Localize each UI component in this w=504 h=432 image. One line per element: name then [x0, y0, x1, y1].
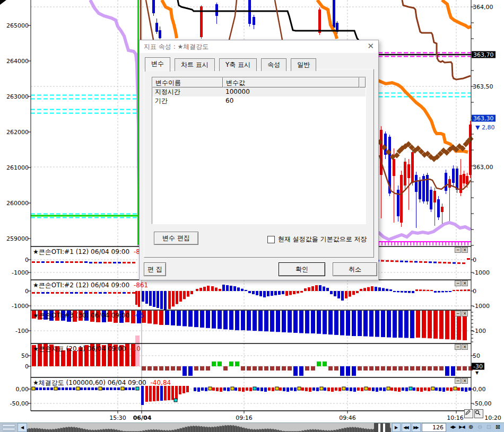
var-name: 기간 [152, 96, 223, 105]
close-panel-button[interactable]: × [462, 378, 468, 384]
column-header-value[interactable]: 변수값 [223, 77, 359, 87]
zoom-tool-button[interactable] [474, 409, 483, 418]
high-price-badge: 363,70 [472, 51, 496, 58]
panel-title: ★큰손OTI:#3 (30) 06/04 09:00 -65 [33, 311, 144, 320]
axis-label: 0,00 [1, 386, 29, 393]
save-default-checkbox[interactable]: 현재 설정값을 기본값으로 저장 [267, 235, 367, 244]
tab-yaxis-display[interactable]: Y축 표시 [219, 58, 257, 71]
axis-label: 261000 [1, 164, 29, 171]
axis-label: 0 [473, 288, 476, 295]
navigator-track[interactable] [27, 423, 391, 432]
var-value: 100000 [223, 87, 366, 96]
minimize-panel-button[interactable]: − [455, 247, 461, 253]
bar-count-field[interactable]: 126 [422, 423, 446, 432]
checkbox-icon[interactable] [267, 236, 275, 243]
zoom-out-icon[interactable]: ⊖ [475, 423, 484, 432]
axis-label: 0,00 [473, 386, 486, 393]
close-panel-button[interactable]: × [462, 280, 468, 286]
panel-title: ★체결강도 (100000,60) 06/04 09:00 -40,84 [33, 378, 171, 387]
panel-datetime: 06/04 09:00 [88, 345, 126, 352]
table-row[interactable]: 지정시간 100000 [152, 87, 366, 96]
tab-variables[interactable]: 변수 [145, 57, 170, 72]
fast-forward-button[interactable]: ▶▶ [412, 423, 421, 432]
badge-arrow-icon: ▼ [475, 371, 479, 375]
axis-label: 260000 [1, 200, 29, 207]
rewind-button[interactable]: ◀◀ [402, 423, 411, 432]
panel-datetime: 06/04 09:00 [91, 248, 129, 255]
panel-title: ★큰손지표 (20,1) 06/04 09:00 -10 [33, 345, 141, 354]
var-name: 지정시간 [152, 87, 223, 96]
axis-label: -1000 [1, 303, 29, 310]
panel-value: -65 [134, 312, 144, 319]
minimize-panel-button[interactable]: − [455, 311, 461, 316]
axis-label: -100 [1, 328, 29, 334]
navigator-grip[interactable] [0, 423, 18, 432]
time-label: 15:30 [109, 415, 126, 421]
table-row[interactable]: 기간 60 [152, 96, 366, 105]
dialog-titlebar[interactable]: 지표 속성 : ★체결강도 ✕ [140, 40, 378, 53]
current-price-badge: 363,30 [472, 115, 496, 122]
axis-label: 0 [1, 288, 29, 295]
axis-label: -50,00 [473, 400, 491, 407]
panel-name: ★큰손지표 [33, 345, 64, 352]
variable-edit-button[interactable]: 변수 편집 [154, 232, 198, 245]
area-select-icon[interactable]: ⊡ [484, 423, 493, 432]
axis-label: -1000 [1, 269, 29, 276]
chart-navigator: ◀ ▶ ◀◀ ▶▶ 126 ◀▶▶◀⊕⊖⊡⊠ [0, 422, 504, 432]
minimize-panel-button[interactable]: − [455, 344, 461, 350]
time-label: 09:46 [339, 415, 356, 421]
close-panel-button[interactable]: × [462, 344, 468, 350]
axis-label: 259000 [1, 235, 29, 242]
edit-button[interactable]: 편 집 [144, 262, 166, 276]
scroll-left-button[interactable]: ◀ [18, 423, 27, 432]
close-panel-button[interactable]: × [462, 311, 468, 316]
axis-label: 363,00 [473, 164, 493, 171]
indicator-value-badge: -30 [472, 363, 484, 370]
panel-params: (100000,60) [66, 379, 106, 386]
panel-value: -40,84 [151, 379, 171, 386]
close-chart-icon[interactable]: ⊠ [493, 423, 502, 432]
panel-name: ★체결강도 [33, 379, 64, 386]
minimize-panel-button[interactable]: − [455, 378, 461, 384]
panel-datetime: 06/04 09:00 [91, 312, 129, 319]
axis-label: -1000 [473, 303, 490, 310]
date-label: 06/04 [133, 415, 152, 421]
trading-chart-window: 363,70 363,30 ▼ 2,80 -30 ▼ 15:30 06/04 0… [0, 0, 504, 432]
axis-label: 264000 [1, 58, 29, 65]
panel-name: ★큰손OTI:#1 [33, 248, 74, 255]
column-header-stub [359, 77, 366, 87]
tab-general[interactable]: 일반 [291, 58, 316, 71]
variable-table[interactable]: 변수이름 변수값 지정시간 100000 기간 60 [152, 77, 366, 224]
axis-label: -1000 [473, 269, 490, 276]
panel-datetime: 06/04 09:00 [108, 379, 146, 386]
tab-chart-display[interactable]: 차트 표시 [175, 58, 215, 71]
panel-name: ★큰손OTI:#3 [33, 312, 74, 319]
draw-tool-button[interactable] [464, 409, 473, 418]
time-label: 09:16 [236, 415, 253, 421]
minimize-panel-button[interactable]: − [455, 280, 461, 286]
cancel-button[interactable]: 취소 [333, 262, 377, 276]
expand-bars-icon[interactable]: ◀▶ [448, 423, 457, 432]
var-value: 60 [223, 96, 366, 105]
column-header-name[interactable]: 변수이름 [152, 77, 223, 87]
dialog-title: 지표 속성 : ★체결강도 [144, 42, 208, 51]
panel-params: (20,1) [66, 345, 85, 352]
panel-value: -10 [130, 345, 141, 352]
time-label: 10:20 [484, 415, 501, 421]
navigator-slider[interactable] [374, 423, 390, 432]
panel-params: (12) [76, 248, 89, 255]
zoom-in-icon[interactable]: ⊕ [466, 423, 475, 432]
close-panel-button[interactable]: × [462, 247, 468, 253]
indicator-properties-dialog: 지표 속성 : ★체결강도 ✕ 변수 차트 표시 Y축 표시 속성 일반 변수이… [139, 40, 379, 280]
tab-attributes[interactable]: 속성 [261, 58, 286, 71]
panel-title: ★큰손OTI:#1 (12) 06/04 09:00 -861 [33, 248, 148, 257]
axis-label: -100 [473, 328, 486, 334]
ok-button[interactable]: 확인 [279, 262, 325, 276]
dialog-tabs: 변수 차트 표시 Y축 표시 속성 일반 [145, 57, 318, 69]
panel-value: -861 [134, 281, 148, 289]
shrink-bars-icon[interactable]: ▶◀ [457, 423, 466, 432]
panel-params: (30) [76, 312, 89, 319]
axis-label: 50 [473, 352, 480, 359]
dialog-close-icon[interactable]: ✕ [367, 41, 374, 51]
play-button[interactable]: ▶ [392, 423, 401, 432]
